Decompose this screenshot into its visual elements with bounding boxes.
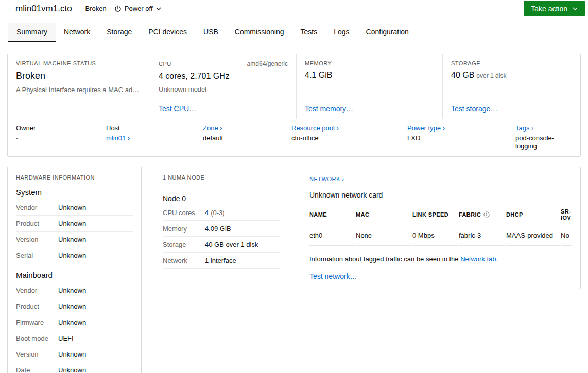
numa-row: Network 1 interface: [163, 253, 280, 269]
cpu-architecture: amd64/generic: [247, 60, 288, 67]
numa-node-title: Node 0: [163, 194, 280, 205]
network-heading-link[interactable]: NETWORK ›: [309, 176, 344, 182]
hw-row-label: Vendor: [16, 204, 58, 211]
numa-row-label: CPU cores: [163, 209, 205, 217]
power-icon: [114, 5, 122, 12]
memory-section: MEMORY 4.1 GiB Test memory…: [296, 54, 442, 119]
cell-link-speed: 0 Mbps: [412, 225, 458, 246]
hw-row: Product Unknown: [16, 298, 133, 314]
resource-pool-value: cto-office: [291, 134, 407, 142]
info-icon[interactable]: [483, 211, 490, 218]
test-storage-link[interactable]: Test storage…: [451, 104, 572, 113]
test-cpu-link[interactable]: Test CPU…: [159, 104, 288, 113]
tagged-traffic-period: .: [496, 255, 498, 263]
resource-pool-meta: Resource pool › cto-office: [291, 124, 407, 150]
page-title: mlin01vm1.cto: [15, 4, 72, 14]
numa-row-value: 4: [205, 209, 209, 217]
network-tab-link[interactable]: Network tab: [460, 255, 496, 263]
hw-row-label: Version: [16, 350, 58, 358]
machine-meta-row: Owner - Host mlin01 › Zone › default Res…: [8, 119, 580, 156]
host-link[interactable]: mlin01 ›: [106, 134, 203, 142]
power-type-link[interactable]: Power type ›: [407, 124, 515, 132]
hw-row-value: UEFI: [58, 334, 74, 342]
tab-bar: Summary Network Storage PCI devices USB …: [0, 23, 588, 42]
hw-row-label: Product: [16, 220, 58, 227]
network-table-header: NAME MAC LINK SPEED FABRIC DHCP SR-IOV: [309, 206, 572, 225]
resource-pool-link[interactable]: Resource pool ›: [291, 124, 407, 132]
overview-columns: VIRTUAL MACHINE STATUS Broken A Physical…: [8, 54, 580, 119]
detail-cards-row: HARDWARE INFORMATION System Vendor Unkno…: [7, 167, 581, 373]
cpu-heading: CPU: [159, 61, 171, 67]
hw-row-value: Unknown: [58, 350, 86, 358]
hw-row-value: Unknown: [58, 204, 86, 211]
hw-row-label: Date: [16, 366, 58, 373]
numa-heading: 1 NUMA NODE: [163, 174, 280, 181]
numa-row: Storage 40 GB over 1 disk: [163, 237, 280, 253]
tab-pci-devices[interactable]: PCI devices: [140, 23, 195, 42]
cpu-section: CPU amd64/generic 4 cores, 2.701 GHz Unk…: [150, 54, 296, 119]
tab-summary[interactable]: Summary: [8, 23, 56, 42]
tab-logs[interactable]: Logs: [325, 23, 357, 42]
hardware-heading: HARDWARE INFORMATION: [16, 174, 133, 181]
chevron-down-icon: [156, 7, 161, 10]
hw-row-label: Version: [16, 236, 58, 243]
memory-heading: MEMORY: [305, 60, 332, 66]
test-memory-link[interactable]: Test memory…: [305, 104, 434, 113]
tab-configuration[interactable]: Configuration: [358, 23, 417, 42]
hw-row-value: Unknown: [58, 303, 86, 310]
cell-mac: None: [356, 225, 411, 246]
hw-row: Vendor Unknown: [16, 282, 133, 298]
divider: [154, 187, 288, 187]
zone-link[interactable]: Zone ›: [203, 124, 291, 132]
tab-commissioning[interactable]: Commissioning: [227, 23, 292, 42]
tags-link[interactable]: Tags ›: [515, 124, 572, 132]
hw-row-label: Boot mode: [16, 334, 58, 342]
storage-heading: STORAGE: [451, 60, 480, 66]
tagged-traffic-text: Information about tagged traffic can be …: [309, 255, 460, 263]
power-type-value: LXD: [407, 134, 515, 142]
tab-network[interactable]: Network: [56, 23, 98, 42]
hw-row: Version Unknown: [16, 346, 133, 362]
host-meta: Host mlin01 ›: [106, 124, 203, 150]
network-table: NAME MAC LINK SPEED FABRIC DHCP SR-IOV: [309, 206, 572, 246]
numa-row-label: Memory: [163, 225, 205, 233]
tab-storage[interactable]: Storage: [98, 23, 140, 42]
vm-status-section: VIRTUAL MACHINE STATUS Broken A Physical…: [8, 54, 150, 119]
storage-disk-count: over 1 disk: [476, 72, 506, 79]
hw-row: Firmware Unknown: [16, 314, 133, 330]
hw-row: Date Unknown: [16, 362, 133, 373]
main-content: VIRTUAL MACHINE STATUS Broken A Physical…: [0, 42, 588, 373]
tab-usb[interactable]: USB: [195, 23, 227, 42]
hw-row-label: Product: [16, 303, 58, 310]
col-name: NAME: [309, 209, 355, 222]
take-action-button[interactable]: Take action: [524, 1, 585, 16]
machine-overview-card: VIRTUAL MACHINE STATUS Broken A Physical…: [7, 54, 581, 157]
storage-size: 40 GB: [451, 70, 474, 79]
owner-label: Owner: [16, 124, 106, 132]
memory-value: 4.1 GiB: [305, 70, 434, 80]
numa-row-value: 4.09 GiB: [205, 225, 231, 233]
tab-tests[interactable]: Tests: [292, 23, 326, 42]
tags-meta: Tags › pod-console-logging: [515, 124, 572, 150]
hw-row-label: Serial: [16, 252, 58, 259]
host-label: Host: [106, 124, 203, 132]
vm-status-heading: VIRTUAL MACHINE STATUS: [16, 60, 96, 66]
col-link-speed: LINK SPEED: [412, 209, 458, 222]
mainboard-section-title: Mainboard: [16, 271, 133, 282]
zone-meta: Zone › default: [203, 124, 291, 150]
numa-row-value: 1 interface: [205, 257, 236, 264]
chevron-down-icon: [573, 7, 578, 10]
numa-node-card: 1 NUMA NODE Node 0 CPU cores 4 (0-3) Mem…: [154, 167, 288, 273]
network-card: NETWORK › Unknown network card NAME MAC …: [301, 167, 581, 289]
hw-row: Vendor Unknown: [16, 200, 133, 216]
test-network-link[interactable]: Test network…: [309, 272, 357, 280]
cpu-value: 4 cores, 2.701 GHz: [159, 72, 288, 81]
cpu-model: Unknown model: [159, 85, 288, 93]
hw-row-value: Unknown: [58, 366, 86, 373]
hw-row: Product Unknown: [16, 216, 133, 232]
hw-row-label: Vendor: [16, 287, 58, 294]
tags-value: pod-console-logging: [515, 134, 572, 150]
hw-row: Version Unknown: [16, 232, 133, 247]
cell-fabric: fabric-3: [459, 225, 505, 246]
power-menu-button[interactable]: Power off: [114, 5, 161, 12]
